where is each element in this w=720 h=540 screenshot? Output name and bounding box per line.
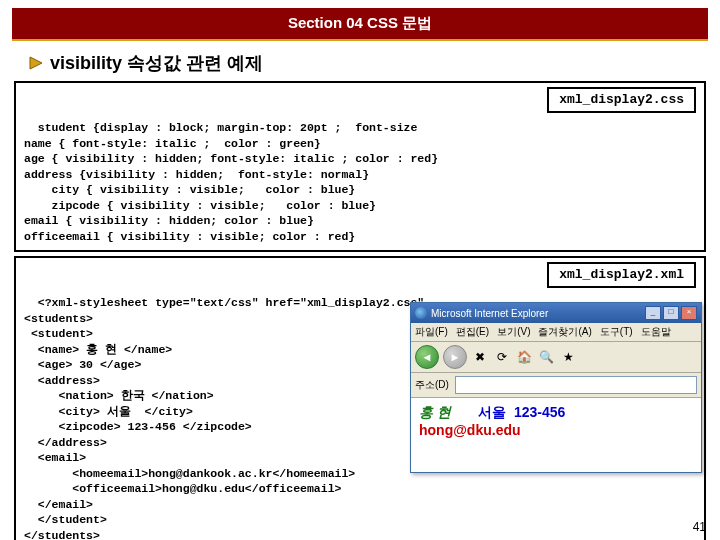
xml-code: <?xml-stylesheet type="text/css" href="x… [24,296,424,540]
rendered-name: 홍 현 [419,404,451,420]
css-file-label: xml_display2.css [547,87,696,113]
svg-marker-0 [30,57,42,69]
css-code-box: xml_display2.css student {display : bloc… [14,81,706,252]
xml-file-label: xml_display2.xml [547,262,696,288]
browser-title-text: Microsoft Internet Explorer [431,308,548,319]
favorites-icon[interactable]: ★ [559,348,577,366]
search-icon[interactable]: 🔍 [537,348,555,366]
browser-address-bar: 주소(D) [411,373,701,398]
bullet-icon [28,55,44,71]
menu-help[interactable]: 도움말 [641,325,671,339]
menu-tools[interactable]: 도구(T) [600,325,633,339]
browser-window: Microsoft Internet Explorer _ □ × 파일(F) … [410,302,702,473]
menu-fav[interactable]: 즐겨찾기(A) [538,325,591,339]
address-label: 주소(D) [415,378,449,392]
menu-file[interactable]: 파일(F) [415,325,448,339]
menu-edit[interactable]: 편집(E) [456,325,489,339]
rendered-officeemail: hong@dku.edu [419,422,521,438]
ie-icon [415,307,427,319]
page-title: visibility 속성값 관련 예제 [28,51,708,75]
address-input[interactable] [455,376,697,394]
back-button[interactable]: ◄ [415,345,439,369]
rendered-city: 서울 [478,404,506,420]
browser-titlebar: Microsoft Internet Explorer _ □ × [411,303,701,323]
browser-toolbar: ◄ ► ✖ ⟳ 🏠 🔍 ★ [411,342,701,373]
home-icon[interactable]: 🏠 [515,348,533,366]
menu-view[interactable]: 보기(V) [497,325,530,339]
browser-content: 홍 현 서울 123-456 hong@dku.edu [411,398,701,472]
css-code: student {display : block; margin-top: 20… [24,121,438,243]
refresh-icon[interactable]: ⟳ [493,348,511,366]
page-number: 41 [693,520,706,534]
close-button[interactable]: × [681,306,697,320]
rendered-zip: 123-456 [514,404,565,420]
minimize-button[interactable]: _ [645,306,661,320]
browser-menubar: 파일(F) 편집(E) 보기(V) 즐겨찾기(A) 도구(T) 도움말 [411,323,701,342]
page-title-text: visibility 속성값 관련 예제 [50,51,263,75]
section-header: Section 04 CSS 문법 [12,8,708,41]
maximize-button[interactable]: □ [663,306,679,320]
forward-button[interactable]: ► [443,345,467,369]
stop-icon[interactable]: ✖ [471,348,489,366]
